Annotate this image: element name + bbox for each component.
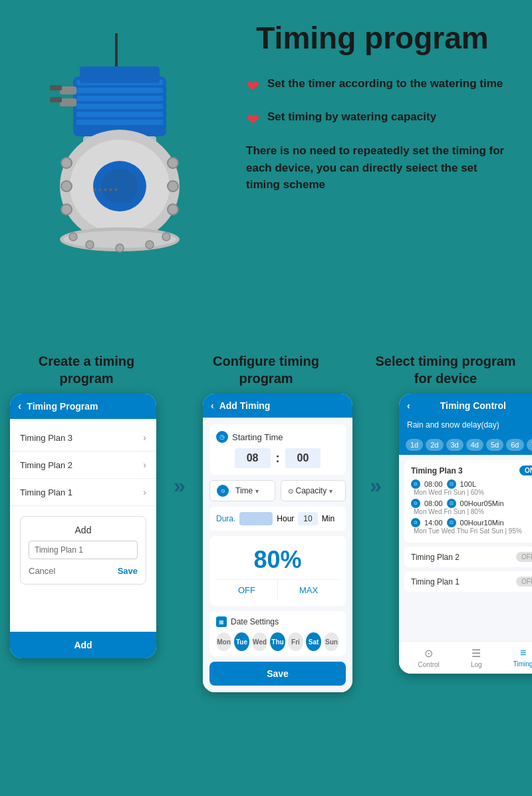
timing-entry-1-row1: ⊙ 08:00 ⊡ 100L xyxy=(411,479,532,489)
day-tue[interactable]: Tue xyxy=(234,632,249,651)
max-button[interactable]: MAX xyxy=(278,580,339,600)
day-fri[interactable]: Fri xyxy=(288,632,303,651)
phone2-back-icon[interactable]: ‹ xyxy=(211,400,214,411)
feature-item-1: ❤ Set the timer according to the waterin… xyxy=(246,76,512,96)
phone3-header: ‹ Timing Control ↺ xyxy=(399,394,532,418)
date-label-row: ▦ Date Settings xyxy=(216,616,339,627)
off-button[interactable]: OFF xyxy=(216,580,278,600)
footer-timing[interactable]: ≡ Timing xyxy=(513,647,532,668)
timing-entry-2: ⊙ 08:00 ⊡ 00Hour05Min Mon Wed Fri Sun | … xyxy=(411,499,532,515)
day-sun[interactable]: Sun xyxy=(324,632,339,651)
plan3-name: Timing Plan 3 xyxy=(411,466,463,475)
plan-chevron-1: › xyxy=(143,487,146,497)
svg-point-23 xyxy=(168,181,178,192)
footer-log[interactable]: ☰ Log xyxy=(471,647,482,668)
right-content: Timing program ❤ Set the timer according… xyxy=(239,13,512,194)
svg-rect-7 xyxy=(76,112,163,117)
top-section: ● ● ● ● ● Timing program ❤ Set the timer… xyxy=(0,0,532,346)
time-separator: : xyxy=(276,452,280,465)
min-label: Min xyxy=(322,514,334,523)
dialog-input[interactable] xyxy=(29,541,138,559)
capacity-select-icon: ⊙ xyxy=(288,487,293,495)
time-select-icon: ⊙ xyxy=(217,485,229,497)
day-tab-1d[interactable]: 1d xyxy=(406,439,423,451)
plan2-toggle[interactable]: OFF xyxy=(516,552,532,562)
dura-input[interactable] xyxy=(239,512,273,525)
plan3-header: Timing Plan 3 ON xyxy=(411,465,532,475)
svg-rect-11 xyxy=(60,98,76,106)
capacity-select[interactable]: ⊙ Capacity ▾ xyxy=(281,480,346,501)
plan1-name: Timing Plan 1 xyxy=(411,577,460,587)
svg-rect-10 xyxy=(60,86,76,94)
duration-icon-2: ⊡ xyxy=(447,499,456,508)
phone1: ‹ Timing Program Timing Plan 3 › Timing … xyxy=(10,394,156,658)
plan2-name: Timing Plan 2 xyxy=(411,553,460,562)
plan-chevron-3: › xyxy=(143,432,146,443)
hour-label: Hour xyxy=(277,514,294,523)
phone2-save-button[interactable]: Save xyxy=(209,662,346,686)
day-tab-3d[interactable]: 3d xyxy=(446,439,464,451)
svg-point-29 xyxy=(116,244,124,252)
entry2-duration: 00Hour05Min xyxy=(460,499,504,507)
bottom-section: Create a timing program Configure timing… xyxy=(0,346,532,706)
day-tab-2d[interactable]: 2d xyxy=(426,439,443,451)
time-select-label: Time xyxy=(235,486,253,495)
svg-point-31 xyxy=(162,233,170,241)
control-icon: ⊙ xyxy=(424,647,433,660)
feature-text-2: Set timing by watering capacity xyxy=(267,109,436,125)
day-mon[interactable]: Mon xyxy=(216,632,231,651)
timing-plan-2-section: Timing Plan 2 OFF xyxy=(404,547,532,567)
svg-point-19 xyxy=(61,158,72,168)
svg-rect-4 xyxy=(76,88,163,93)
timing-entry-3-row2: Mon Tue Wed Thu Fri Sat Sun | 95% xyxy=(411,527,532,535)
day-tab-4d[interactable]: 4d xyxy=(466,439,483,451)
time-icon-3: ⊙ xyxy=(411,518,420,527)
timing-entry-1-row2: Mon Wed Fri Sun | 60% xyxy=(411,489,532,496)
plan-chevron-2: › xyxy=(143,460,146,470)
control-label: Control xyxy=(418,661,440,668)
plan1-toggle[interactable]: OFF xyxy=(516,577,532,587)
feature-text-1: Set the timer according to the watering … xyxy=(267,76,503,92)
dialog-add-label: Add xyxy=(29,525,138,535)
svg-point-27 xyxy=(69,233,77,241)
svg-point-22 xyxy=(168,158,178,168)
plan-item-3[interactable]: Timing Plan 3 › xyxy=(10,424,156,452)
time-select[interactable]: ⊙ Time ▾ xyxy=(209,480,275,501)
entry2-time: 08:00 xyxy=(424,499,443,507)
phone2-header: ‹ Add Timing xyxy=(203,394,352,418)
minute-input[interactable]: 00 xyxy=(285,448,321,468)
phone1-footer-btn[interactable]: Add xyxy=(10,632,156,658)
day-wed[interactable]: Wed xyxy=(252,632,267,651)
svg-rect-13 xyxy=(50,97,62,102)
capacity-icon-1: ⊡ xyxy=(447,479,456,489)
phone1-body: Timing Plan 3 › Timing Plan 2 › Timing P… xyxy=(10,419,156,632)
capacity-select-arrow: ▾ xyxy=(329,487,332,495)
save-button[interactable]: Save xyxy=(118,566,138,576)
day-tab-5d[interactable]: 5d xyxy=(486,439,503,451)
percent-value: 80% xyxy=(216,546,339,574)
entry3-time: 14:00 xyxy=(424,519,443,527)
arrow-1: » xyxy=(163,394,196,498)
add-dialog: Add Cancel Save xyxy=(20,516,146,585)
cancel-button[interactable]: Cancel xyxy=(29,566,55,576)
plan3-toggle[interactable]: ON xyxy=(519,465,532,475)
day-tab-7d[interactable]: 7d xyxy=(527,439,533,451)
plan-item-2[interactable]: Timing Plan 2 › xyxy=(10,452,156,479)
phone1-back-icon[interactable]: ‹ xyxy=(18,400,21,412)
phone2-title: Add Timing xyxy=(219,400,271,411)
phone1-title: Timing Program xyxy=(27,401,98,412)
phone3: ‹ Timing Control ↺ Rain and snow delay(d… xyxy=(399,394,532,674)
date-settings: ▦ Date Settings Mon Tue Wed Thu Fri Sat … xyxy=(209,611,346,656)
day-tabs: 1d 2d 3d 4d 5d 6d 7d xyxy=(399,435,532,455)
log-label: Log xyxy=(471,661,482,668)
timing-label: Timing xyxy=(513,660,532,668)
day-tab-6d[interactable]: 6d xyxy=(506,439,523,451)
day-sat[interactable]: Sat xyxy=(306,632,321,651)
day-thu[interactable]: Thu xyxy=(270,632,285,651)
footer-control[interactable]: ⊙ Control xyxy=(418,647,440,668)
min-value[interactable]: 10 xyxy=(298,512,317,525)
phone2-body: ◷ Starting Time 08 : 00 ⊙ Time ▾ xyxy=(203,418,352,692)
phone3-back-icon[interactable]: ‹ xyxy=(407,400,410,411)
hour-input[interactable]: 08 xyxy=(235,448,271,468)
plan-item-1[interactable]: Timing Plan 1 › xyxy=(10,479,156,506)
